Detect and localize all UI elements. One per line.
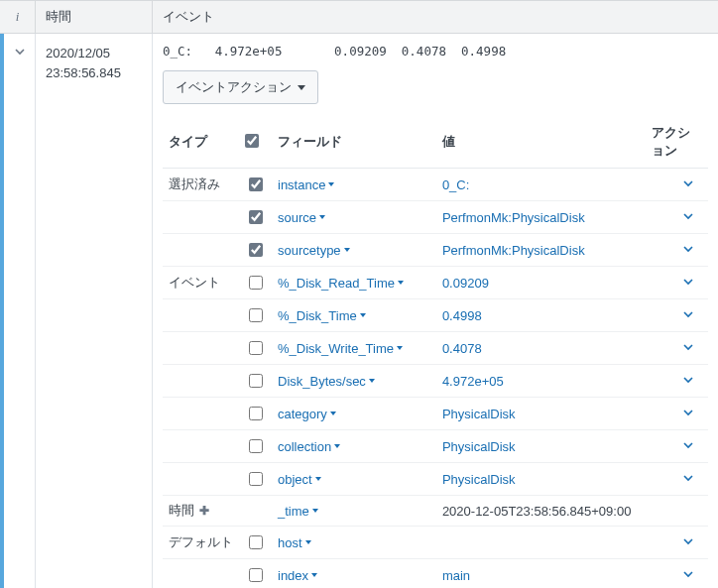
checkbox-cell <box>239 234 272 267</box>
field-checkbox[interactable] <box>249 472 263 486</box>
caret-down-icon <box>328 182 334 186</box>
row-action-toggle[interactable] <box>682 276 694 288</box>
field-checkbox[interactable] <box>249 341 263 355</box>
field-checkbox[interactable] <box>249 276 263 290</box>
field-name-link[interactable]: category <box>278 407 336 421</box>
column-header-row: i 時間 イベント <box>0 1 718 34</box>
group-label <box>163 299 239 332</box>
field-value-cell: 0.4998 <box>436 299 646 332</box>
field-checkbox[interactable] <box>249 243 263 257</box>
field-name-cell: index <box>272 559 436 589</box>
field-checkbox[interactable] <box>249 374 263 388</box>
row-action-toggle[interactable] <box>682 308 694 320</box>
field-value-cell: PhysicalDisk <box>436 430 646 463</box>
checkbox-cell <box>239 299 272 332</box>
row-action-cell <box>646 430 708 463</box>
table-row: 時間✚_time 2020-12-05T23:58:56.845+09:00 <box>163 496 708 527</box>
plus-icon[interactable]: ✚ <box>197 505 210 518</box>
field-name-cell: object <box>272 463 436 496</box>
field-value-link[interactable]: 0.09209 <box>442 276 489 291</box>
field-name-link[interactable]: instance <box>278 177 334 192</box>
field-checkbox[interactable] <box>249 210 263 224</box>
field-name-link[interactable]: Disk_Bytes/sec <box>278 374 375 389</box>
row-action-cell <box>646 463 708 496</box>
row-action-toggle[interactable] <box>682 568 694 580</box>
field-name-link[interactable]: object <box>278 472 321 487</box>
checkbox-cell <box>239 398 272 430</box>
caret-down-icon <box>312 509 318 513</box>
field-value-link[interactable]: 0.4078 <box>442 341 482 356</box>
field-checkbox[interactable] <box>249 439 263 453</box>
group-label: イベント <box>163 267 239 299</box>
field-name-link[interactable]: index <box>278 568 317 583</box>
field-name-cell: sourcetype <box>272 234 436 267</box>
row-action-toggle[interactable] <box>682 374 694 386</box>
field-checkbox[interactable] <box>249 308 263 322</box>
row-action-cell <box>646 299 708 332</box>
field-value-link[interactable]: PerfmonMk:PhysicalDisk <box>442 243 585 258</box>
field-value-text: 2020-12-05T23:58:56.845+09:00 <box>442 504 631 519</box>
event-column-header: イベント <box>153 1 718 33</box>
row-action-toggle[interactable] <box>682 177 694 189</box>
row-action-toggle[interactable] <box>682 535 694 547</box>
row-action-toggle[interactable] <box>682 210 694 222</box>
row-action-cell <box>646 169 708 201</box>
field-checkbox[interactable] <box>249 568 263 582</box>
row-action-toggle[interactable] <box>682 243 694 255</box>
caret-down-icon <box>311 573 317 577</box>
event-detail-panel: i 時間 イベント 2020/12/05 23:58:56.845 0_C: 4… <box>0 0 718 588</box>
checkbox-cell <box>239 169 272 201</box>
field-name-link[interactable]: host <box>278 535 311 550</box>
field-value-link[interactable]: PhysicalDisk <box>442 472 516 487</box>
field-value-cell: PerfmonMk:PhysicalDisk <box>436 234 646 267</box>
field-value-cell: 2020-12-05T23:58:56.845+09:00 <box>436 496 646 527</box>
group-label <box>163 430 239 463</box>
expand-toggle[interactable] <box>4 34 36 588</box>
row-action-cell <box>646 398 708 430</box>
field-name-link[interactable]: collection <box>278 439 340 454</box>
field-name-link[interactable]: %_Disk_Write_Time <box>278 341 403 356</box>
row-action-toggle[interactable] <box>682 472 694 484</box>
field-value-link[interactable]: PhysicalDisk <box>442 407 516 421</box>
field-value-link[interactable]: 0_C: <box>442 177 469 192</box>
field-value-cell: PhysicalDisk <box>436 463 646 496</box>
col-value-header: 値 <box>436 118 646 169</box>
field-checkbox[interactable] <box>249 535 263 549</box>
field-value-cell: PhysicalDisk <box>436 398 646 430</box>
event-timestamp: 2020/12/05 23:58:56.845 <box>36 34 153 588</box>
row-action-cell <box>646 365 708 398</box>
field-checkbox[interactable] <box>249 177 263 191</box>
row-action-toggle[interactable] <box>682 341 694 353</box>
field-name-link[interactable]: source <box>278 210 325 225</box>
group-label: デフォルト <box>163 527 239 559</box>
info-column-header: i <box>0 1 36 33</box>
row-action-toggle[interactable] <box>682 439 694 451</box>
table-row: index main <box>163 559 708 589</box>
caret-down-icon <box>330 412 336 415</box>
col-select-all[interactable] <box>239 118 272 169</box>
table-row: %_Disk_Time 0.4998 <box>163 299 708 332</box>
group-label <box>163 463 239 496</box>
field-name-cell: %_Disk_Read_Time <box>272 267 436 299</box>
field-checkbox[interactable] <box>249 407 263 420</box>
field-name-link[interactable]: %_Disk_Read_Time <box>278 276 404 291</box>
field-value-link[interactable]: 0.4998 <box>442 308 482 323</box>
caret-down-icon <box>305 540 311 544</box>
field-name-link[interactable]: _time <box>278 504 318 519</box>
col-actions-header: アクション <box>646 118 708 169</box>
field-name-cell: %_Disk_Time <box>272 299 436 332</box>
field-value-link[interactable]: PhysicalDisk <box>442 439 516 454</box>
event-action-button[interactable]: イベントアクション <box>163 70 318 104</box>
row-action-toggle[interactable] <box>682 407 694 418</box>
field-name-link[interactable]: sourcetype <box>278 243 350 258</box>
select-all-checkbox[interactable] <box>245 134 259 148</box>
field-value-link[interactable]: 4.972e+05 <box>442 374 504 389</box>
field-name-link[interactable]: %_Disk_Time <box>278 308 366 323</box>
field-value-cell: 0_C: <box>436 169 646 201</box>
field-value-link[interactable]: main <box>442 568 470 583</box>
table-row: source PerfmonMk:PhysicalDisk <box>163 201 708 234</box>
time-column-header: 時間 <box>36 1 153 33</box>
row-action-cell <box>646 201 708 234</box>
table-row: %_Disk_Write_Time 0.4078 <box>163 332 708 365</box>
field-value-link[interactable]: PerfmonMk:PhysicalDisk <box>442 210 585 225</box>
